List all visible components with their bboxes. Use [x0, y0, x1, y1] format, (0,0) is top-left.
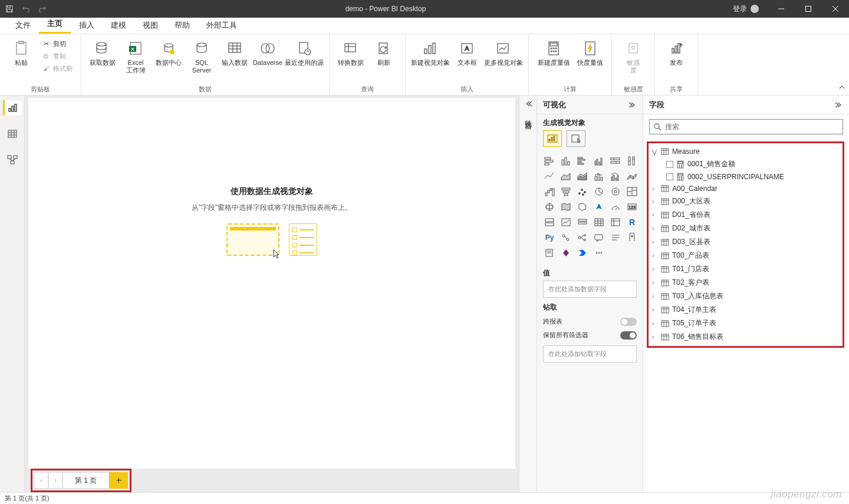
fields-collapse[interactable]	[835, 101, 843, 108]
viz-matrix[interactable]	[608, 215, 623, 229]
table-row[interactable]: ›D03_区县表	[650, 235, 841, 249]
recent-button[interactable]: 最近使用的源	[284, 37, 324, 67]
viz-paginated[interactable]	[542, 246, 557, 260]
viz-100-bar[interactable]	[608, 154, 623, 168]
format-visual-mode[interactable]	[567, 130, 585, 147]
fields-search[interactable]	[649, 119, 843, 134]
save-icon[interactable]	[5, 4, 14, 14]
table-row[interactable]: ›T01_门店表	[650, 262, 841, 276]
format-painter-button[interactable]: 🖌格式刷	[38, 62, 76, 74]
table-row[interactable]: ›D02_城市表	[650, 222, 841, 235]
moreviz-button[interactable]: 更多视觉对象	[483, 37, 524, 67]
viz-filled-map[interactable]	[558, 200, 574, 214]
quick-button[interactable]: 快度量值	[574, 37, 607, 67]
values-drop[interactable]: 在此处添加数据字段	[543, 281, 637, 298]
viz-multirow-card[interactable]	[542, 215, 557, 229]
viz-waterfall[interactable]	[542, 185, 557, 199]
viz-line-stacked[interactable]	[591, 169, 607, 183]
ribbon-collapse[interactable]	[838, 84, 845, 91]
viz-key-influencers[interactable]	[558, 230, 574, 245]
viz-table[interactable]	[591, 215, 607, 229]
report-canvas[interactable]: 使用数据生成视觉对象 从"字段"窗格中选择字段或将字段拖到报表画布上。	[28, 98, 515, 469]
cross-report-toggle[interactable]	[620, 318, 637, 326]
viz-smart-narrative[interactable]	[608, 230, 623, 245]
filters-expand[interactable]	[524, 100, 532, 107]
table-row[interactable]: ›D01_省份表	[650, 208, 841, 222]
table-row[interactable]: ›T00_产品表	[650, 249, 841, 262]
tab-file[interactable]: 文件	[7, 17, 39, 34]
paste-button[interactable]: 粘贴	[5, 37, 38, 67]
close-button[interactable]	[822, 0, 849, 18]
viz-r[interactable]: R	[624, 215, 640, 229]
viz-goals[interactable]	[624, 230, 640, 245]
data-view-button[interactable]	[3, 126, 22, 141]
viz-stacked-column[interactable]	[558, 154, 574, 168]
page-next[interactable]: ›	[48, 472, 62, 489]
viz-scatter[interactable]	[575, 185, 590, 199]
viz-card[interactable]: 123	[624, 200, 640, 214]
newviz-button[interactable]: 新建视觉对象	[410, 37, 450, 67]
viz-area[interactable]	[558, 169, 574, 183]
viz-powerautomate[interactable]	[575, 246, 590, 260]
table-row[interactable]: ›T03_入库信息表	[650, 289, 841, 303]
viz-kpi[interactable]	[558, 215, 574, 229]
viz-gauge[interactable]	[608, 200, 623, 214]
drill-drop[interactable]: 在此处添加钻取字段	[543, 345, 637, 363]
viz-map[interactable]	[542, 200, 557, 214]
textbox-button[interactable]: A文本框	[450, 37, 483, 67]
filters-label[interactable]: 筛选器	[523, 112, 533, 118]
search-input[interactable]	[665, 123, 839, 131]
tab-help[interactable]: 帮助	[166, 17, 198, 34]
table-row[interactable]: ›T06_销售目标表	[650, 330, 841, 344]
viz-slicer[interactable]	[575, 215, 590, 229]
viz-azure-map[interactable]	[591, 200, 607, 214]
viz-ribbon[interactable]	[624, 169, 640, 183]
field-row[interactable]: 0001_销售金额	[650, 157, 841, 171]
viz-get-more[interactable]	[591, 246, 607, 260]
table-row[interactable]: ›T04_订单主表	[650, 303, 841, 317]
maximize-button[interactable]	[795, 0, 822, 18]
viz-clustered-bar[interactable]	[575, 154, 590, 168]
viz-clustered-column[interactable]	[591, 154, 607, 168]
sensitivity-button[interactable]: 敏感 度	[617, 37, 650, 74]
viz-donut[interactable]	[608, 185, 623, 199]
viz-pie[interactable]	[591, 185, 607, 199]
page-prev[interactable]: ‹	[34, 472, 48, 489]
viz-qna[interactable]	[591, 230, 607, 245]
build-visual-mode[interactable]	[543, 130, 562, 147]
measure-button[interactable]: 新建度量值	[534, 37, 574, 67]
model-view-button[interactable]	[3, 152, 22, 167]
refresh-button[interactable]: 刷新	[367, 37, 400, 67]
table-row[interactable]: ⋁Measure	[650, 146, 841, 157]
excel-button[interactable]: XExcel 工作簿	[119, 37, 152, 74]
table-row[interactable]: ›T05_订单子表	[650, 317, 841, 330]
viz-line[interactable]	[542, 169, 557, 183]
viz-stacked-bar[interactable]	[542, 154, 557, 168]
viz-collapse[interactable]	[628, 101, 637, 108]
sql-button[interactable]: SQL Server	[185, 37, 218, 74]
viz-decomposition[interactable]	[575, 230, 590, 245]
viz-line-clustered[interactable]	[608, 169, 623, 183]
enterdata-button[interactable]: 输入数据	[218, 37, 251, 67]
viz-powerapps[interactable]	[558, 246, 574, 260]
report-view-button[interactable]	[3, 100, 22, 116]
viz-treemap[interactable]	[624, 185, 640, 199]
publish-button[interactable]: 发布	[660, 37, 693, 67]
redo-icon[interactable]	[38, 4, 47, 14]
login-button[interactable]: 登录	[724, 4, 768, 14]
dataverse-button[interactable]: Dataverse	[251, 37, 284, 67]
field-row[interactable]: 0002_USERPRINCIPALNAME	[650, 171, 841, 183]
copy-button[interactable]: ⧉复制	[38, 50, 76, 62]
tab-home[interactable]: 主页	[39, 15, 71, 34]
viz-stacked-area[interactable]	[575, 169, 590, 183]
page-tab-1[interactable]: 第 1 页	[62, 472, 109, 489]
undo-icon[interactable]	[21, 4, 31, 14]
page-add-button[interactable]: +	[109, 472, 128, 489]
getdata-button[interactable]: 获取数据	[86, 37, 119, 67]
table-row[interactable]: ›A00_Calendar	[650, 183, 841, 195]
tab-insert[interactable]: 插入	[71, 17, 103, 34]
table-row[interactable]: ›T02_客户表	[650, 276, 841, 289]
datahub-button[interactable]: 数据中心	[152, 37, 185, 67]
tab-external[interactable]: 外部工具	[198, 17, 245, 34]
keep-filters-toggle[interactable]	[620, 331, 637, 340]
